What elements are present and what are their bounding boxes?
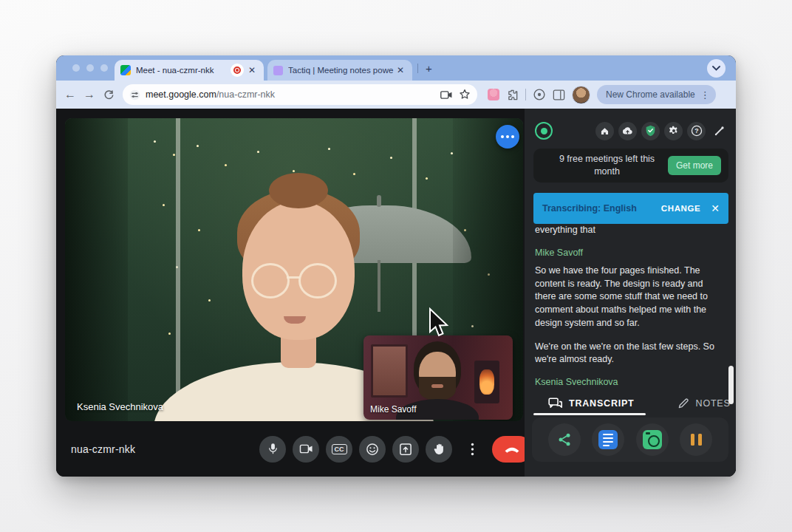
present-screen-icon — [399, 443, 412, 456]
change-language-button[interactable]: CHANGE — [661, 204, 700, 213]
transcript-line: everything that — [535, 224, 723, 237]
main-video-tile[interactable]: Ksenia Svechnikova Mike Savoff — [65, 118, 523, 421]
tab-divider — [417, 64, 418, 73]
smiley-icon — [366, 443, 379, 456]
present-button[interactable] — [392, 436, 419, 463]
kebab-menu-icon — [471, 443, 474, 456]
tab-strip: Meet - nua-czmr-nkk ✕ Tactiq | Meeting n… — [56, 55, 736, 81]
profile-avatar[interactable] — [572, 86, 590, 104]
transcript-line: So we have the four pages finished. The … — [535, 265, 723, 330]
microphone-button[interactable] — [259, 436, 286, 463]
chevron-down-icon — [712, 66, 720, 71]
new-tab-button[interactable]: + — [426, 62, 432, 75]
camera-icon — [299, 443, 313, 454]
page-content: Ksenia Svechnikova Mike Savoff nua-czmr-… — [56, 109, 736, 477]
gear-icon — [669, 126, 679, 136]
new-chrome-label: New Chrome available — [606, 89, 695, 100]
active-tab-underline — [533, 413, 646, 415]
new-chrome-available-button[interactable]: New Chrome available ⋮ — [597, 85, 716, 104]
close-window-button[interactable] — [72, 64, 80, 72]
reload-icon — [103, 89, 115, 100]
pip-participant-name-label: Mike Savoff — [370, 404, 416, 415]
mouse-cursor — [427, 307, 451, 338]
close-tab-icon[interactable]: ✕ — [246, 65, 258, 75]
browser-menu-kebab-icon[interactable]: ⋮ — [700, 89, 710, 100]
share-icon — [557, 432, 572, 447]
tab-notes[interactable]: NOTES — [677, 398, 731, 409]
zoom-window-button[interactable] — [100, 64, 108, 72]
sidebar-actions — [532, 417, 728, 462]
close-banner-icon[interactable]: ✕ — [711, 202, 720, 214]
share-button[interactable] — [548, 423, 581, 456]
loom-extension-icon[interactable] — [533, 88, 546, 101]
export-to-docs-button[interactable] — [592, 423, 624, 456]
pin-panel-button[interactable] — [710, 122, 728, 140]
forward-button[interactable]: → — [80, 85, 99, 104]
settings-button[interactable] — [664, 122, 683, 140]
address-bar[interactable]: meet.google.com/nua-czmr-nkk — [123, 84, 477, 105]
bookmark-star-icon[interactable] — [459, 89, 471, 100]
privacy-shield-button[interactable] — [641, 122, 660, 140]
reload-button[interactable] — [99, 85, 118, 104]
upload-button[interactable] — [618, 122, 637, 140]
minimize-window-button[interactable] — [86, 64, 94, 72]
sidebar-scrollbar-thumb[interactable] — [728, 366, 734, 404]
tactiq-logo-icon[interactable] — [535, 122, 553, 140]
pause-transcription-button[interactable] — [680, 423, 712, 456]
meet-control-bar: nua-czmr-nkk CC — [56, 421, 536, 477]
toolbar-extensions-area: New Chrome available ⋮ — [488, 85, 716, 104]
url-text[interactable]: meet.google.com/nua-czmr-nkk — [146, 89, 440, 100]
window-controls[interactable] — [72, 64, 108, 72]
end-call-icon — [504, 446, 520, 453]
participant-name-label: Ksenia Svechnikova — [77, 401, 163, 412]
meeting-code-label: nua-czmr-nkk — [71, 443, 135, 455]
close-tab-icon[interactable]: ✕ — [395, 65, 406, 75]
chat-notification-badge[interactable] — [496, 125, 519, 149]
meet-favicon-icon — [120, 65, 131, 75]
pin-diagonal-icon — [714, 126, 725, 137]
tab-search-chevron-button[interactable] — [707, 59, 726, 78]
extensions-puzzle-icon[interactable] — [506, 89, 519, 101]
url-host: meet.google.com — [146, 89, 216, 100]
captions-icon: CC — [332, 444, 347, 454]
screenshot-camera-icon — [643, 430, 662, 449]
home-button[interactable] — [595, 122, 614, 140]
transcript-panel[interactable]: everything that Mike Savoff So we have t… — [535, 224, 723, 389]
help-button[interactable]: ? — [687, 122, 706, 140]
transcribing-banner: Transcribing: English CHANGE ✕ — [533, 193, 728, 224]
camera-permission-icon[interactable] — [440, 90, 453, 100]
browser-toolbar: ← → meet.google.com/nua-czmr-nkk New Chr… — [56, 81, 736, 109]
tab-meet[interactable]: Meet - nua-czmr-nkk ✕ — [115, 60, 264, 81]
side-panel-icon[interactable] — [553, 89, 565, 100]
hand-icon — [433, 443, 446, 456]
transcript-speaker: Mike Savoff — [535, 248, 723, 258]
camera-button[interactable] — [293, 436, 319, 463]
help-icon: ? — [691, 125, 703, 137]
transcribing-label: Transcribing: English — [542, 203, 637, 214]
tactiq-header: ? — [535, 120, 728, 141]
free-meetings-label: 9 free meetings left this month — [550, 153, 664, 178]
back-button[interactable]: ← — [61, 85, 80, 104]
chat-bubbles-icon — [548, 398, 562, 409]
captions-button[interactable]: CC — [326, 436, 352, 463]
pencil-icon — [677, 398, 689, 409]
recording-indicator-icon[interactable] — [231, 64, 244, 77]
url-path: /nua-czmr-nkk — [216, 89, 275, 100]
reactions-button[interactable] — [359, 436, 386, 463]
tab-tactiq[interactable]: Tactiq | Meeting notes powe ✕ — [267, 60, 412, 81]
get-more-button[interactable]: Get more — [668, 156, 721, 175]
browser-window: Meet - nua-czmr-nkk ✕ Tactiq | Meeting n… — [56, 55, 736, 477]
more-options-button[interactable] — [459, 436, 485, 463]
pip-video-tile[interactable]: Mike Savoff — [363, 335, 513, 420]
raise-hand-button[interactable] — [426, 436, 452, 463]
tactiq-extension-icon[interactable] — [488, 89, 499, 100]
site-info-icon[interactable] — [129, 89, 140, 100]
pause-icon — [691, 434, 702, 446]
tab-transcript[interactable]: TRANSCRIPT — [548, 398, 635, 409]
screenshot-button[interactable] — [636, 423, 669, 456]
tactiq-sidebar: ? 9 free meetings left this month Get mo… — [525, 109, 736, 477]
tab-transcript-label: TRANSCRIPT — [569, 398, 635, 409]
google-docs-icon — [598, 430, 618, 449]
toolbar-divider — [525, 89, 526, 100]
microphone-icon — [267, 442, 279, 456]
